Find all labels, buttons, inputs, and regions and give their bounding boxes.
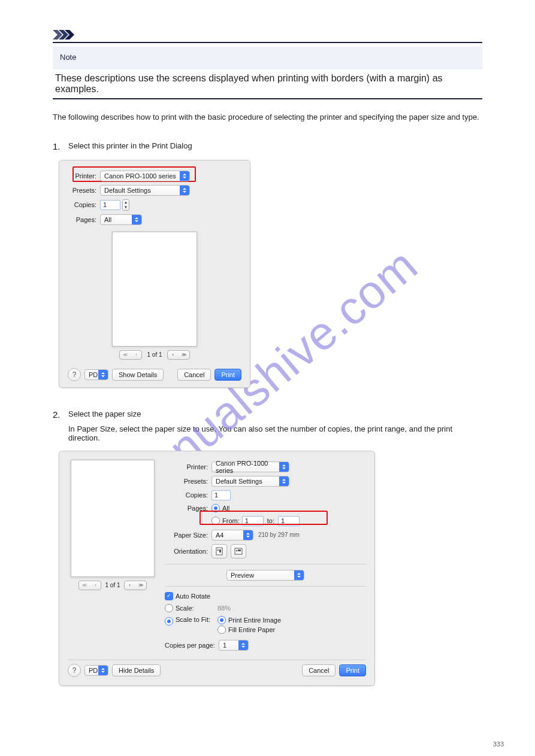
copies-input[interactable]: 1 (211, 490, 231, 500)
copies-per-page-select[interactable]: 1 (219, 640, 249, 651)
section-dropdown-value: Preview (231, 572, 254, 579)
printer-select[interactable]: Canon PRO-1000 series (211, 462, 289, 472)
presets-value: Default Settings (104, 187, 151, 194)
hide-details-button[interactable]: Hide Details (112, 664, 161, 676)
scale-label: Scale: (176, 605, 217, 612)
from-value: 1 (245, 517, 249, 524)
presets-value: Default Settings (216, 478, 262, 485)
printer-value: Canon PRO-1000 series (216, 460, 286, 474)
print-dialog-expanded: ≪‹ 1 of 1 ›≫ Printer: Canon PRO-1000 ser… (59, 451, 375, 686)
select-cap-icon (294, 570, 304, 580)
copies-value: 1 (214, 491, 218, 499)
auto-rotate-label: Auto Rotate (176, 593, 210, 600)
printer-select[interactable]: Canon PRO-1000 series (100, 171, 190, 181)
select-cap-icon (238, 640, 248, 650)
pages-value: All (104, 216, 111, 223)
orientation-label: Orientation: (165, 548, 211, 555)
note-chevron-icon (53, 30, 74, 40)
step-2-note: In Paper Size, select the paper size to … (68, 424, 482, 442)
select-cap-icon (279, 462, 289, 472)
copies-per-page-value: 1 (223, 642, 226, 649)
print-button[interactable]: Print (339, 664, 366, 676)
from-input[interactable]: 1 (242, 516, 264, 526)
step-1: 1. Select this printer in the Print Dial… (53, 141, 482, 151)
pages-label: Pages: (165, 505, 211, 512)
fill-paper-radio[interactable] (217, 626, 226, 634)
pdf-menu[interactable]: PDF (84, 369, 108, 380)
paper-size-label: Paper Size: (165, 532, 211, 539)
note-heading-block: Note These descriptions use the screens … (53, 42, 482, 99)
copies-input[interactable]: 1 (100, 200, 120, 210)
step-2-text: Select the paper size (68, 409, 482, 418)
cancel-button[interactable]: Cancel (177, 369, 211, 381)
section-dropdown[interactable]: Preview (226, 570, 304, 581)
to-input[interactable]: 1 (278, 516, 300, 526)
separator (165, 564, 366, 564)
presets-label: Presets: (68, 187, 100, 194)
scale-radio[interactable] (165, 604, 173, 612)
copies-value: 1 (103, 201, 107, 208)
pages-all-label: All (222, 505, 229, 512)
select-cap-icon (132, 215, 141, 224)
page-preview (71, 460, 155, 577)
select-cap-icon (180, 171, 189, 181)
printer-value: Canon PRO-1000 series (104, 172, 176, 180)
show-details-button[interactable]: Show Details (112, 369, 164, 381)
paper-size-select[interactable]: A4 (211, 530, 253, 541)
pages-range-radio[interactable] (211, 517, 220, 525)
print-button[interactable]: Print (214, 369, 241, 381)
pages-select[interactable]: All (100, 214, 142, 225)
pdf-menu[interactable]: PDF (84, 665, 108, 676)
page-of-text: 1 of 1 (105, 582, 120, 588)
preview-next-buttons[interactable]: ›≫ (167, 350, 190, 360)
copies-stepper[interactable]: ▲▼ (122, 199, 129, 211)
separator (68, 660, 366, 660)
preview-prev-buttons[interactable]: ≪‹ (78, 581, 101, 590)
help-button[interactable]: ? (68, 368, 81, 381)
to-label: to: (267, 517, 274, 524)
help-button[interactable]: ? (68, 664, 81, 677)
printer-label: Printer: (165, 463, 211, 470)
select-cap-icon (98, 370, 108, 379)
print-entire-radio[interactable] (217, 616, 226, 624)
cancel-button[interactable]: Cancel (302, 664, 335, 676)
select-cap-icon (243, 530, 253, 540)
pages-label: Pages: (68, 216, 100, 223)
svg-rect-5 (219, 549, 221, 552)
select-cap-icon (279, 476, 289, 486)
page-number: 333 (493, 740, 504, 748)
presets-select[interactable]: Default Settings (211, 476, 289, 487)
presets-select[interactable]: Default Settings (100, 185, 190, 196)
print-dialog-compact: Printer: Canon PRO-1000 series Presets: … (59, 160, 250, 388)
step-2-number: 2. (53, 409, 62, 442)
step-2: 2. Select the paper size In Paper Size, … (53, 409, 482, 442)
svg-rect-8 (238, 549, 241, 551)
presets-label: Presets: (165, 478, 211, 485)
pages-all-radio[interactable] (211, 504, 220, 512)
scale-to-fit-radio[interactable] (165, 617, 173, 626)
intro-text: The following describes how to print wit… (53, 111, 482, 123)
auto-rotate-checkbox[interactable]: ✓ (165, 592, 173, 600)
svg-point-4 (217, 549, 219, 550)
select-cap-icon (180, 186, 189, 195)
select-cap-icon (98, 666, 108, 675)
print-entire-label: Print Entire Image (228, 617, 281, 624)
step-1-number: 1. (53, 141, 62, 151)
note-body: These descriptions use the screens displ… (55, 73, 482, 95)
copies-label: Copies: (68, 201, 100, 208)
orientation-landscape-button[interactable] (231, 544, 246, 558)
svg-point-7 (236, 549, 237, 551)
paper-size-value: A4 (216, 532, 223, 539)
separator (165, 586, 366, 587)
preview-prev-buttons[interactable]: ≪‹ (119, 350, 142, 360)
note-title: Note (53, 47, 482, 69)
orientation-portrait-button[interactable] (211, 544, 227, 558)
page-of-text: 1 of 1 (147, 351, 162, 358)
step-1-text: Select this printer in the Print Dialog (68, 141, 482, 151)
scale-to-fit-label: Scale to Fit: (176, 616, 217, 623)
scale-value: 88% (217, 605, 231, 612)
page-preview (112, 232, 197, 347)
fill-paper-label: Fill Entire Paper (228, 626, 275, 633)
copies-label: Copies: (165, 491, 211, 499)
preview-next-buttons[interactable]: ›≫ (124, 581, 147, 590)
